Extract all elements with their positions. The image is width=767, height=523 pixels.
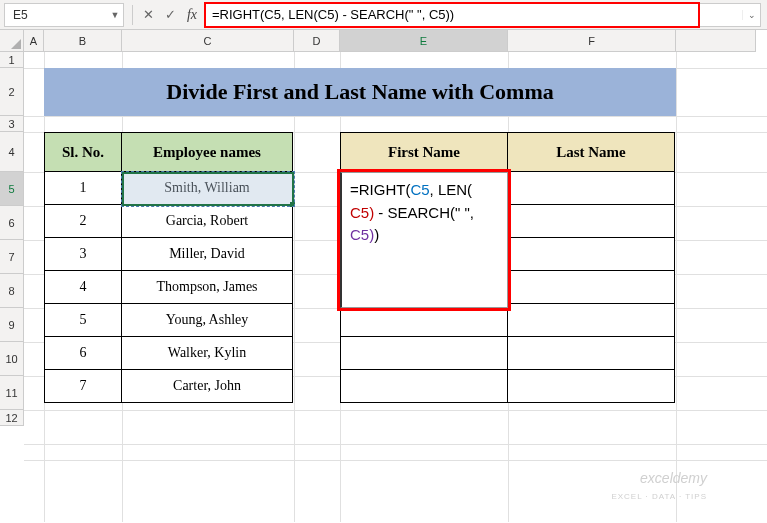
cell-ref: C5 (350, 204, 369, 221)
cell-ref: C5 (350, 226, 369, 243)
table-cell[interactable]: 4 (44, 270, 122, 304)
chevron-down-icon[interactable]: ⌄ (742, 10, 760, 20)
column-header[interactable]: A (24, 30, 44, 52)
column-header[interactable]: E (340, 30, 508, 52)
page-title: Divide First and Last Name with Comma (44, 68, 676, 116)
spreadsheet-grid: 1 2 3 4 5 6 7 8 9 10 11 12 A B C D E F (0, 30, 767, 522)
column-header[interactable]: F (508, 30, 676, 52)
select-all-corner[interactable] (0, 30, 24, 52)
row-header[interactable]: 9 (0, 308, 24, 342)
table-cell[interactable]: Thompson, James (121, 270, 293, 304)
formula-edit-overlay[interactable]: =RIGHT(C5, LEN( C5) - SEARCH(" ", C5)) (340, 172, 508, 308)
divider (132, 5, 133, 25)
row-header[interactable]: 12 (0, 410, 24, 426)
table-cell[interactable] (507, 303, 675, 337)
row-header[interactable]: 11 (0, 376, 24, 410)
row-header[interactable]: 4 (0, 132, 24, 172)
table-cell[interactable]: 7 (44, 369, 122, 403)
cancel-icon[interactable]: ✕ (137, 4, 159, 26)
row-header[interactable]: 8 (0, 274, 24, 308)
name-box-value: E5 (5, 8, 107, 22)
table-header: Employee names (121, 132, 293, 172)
table-cell[interactable] (340, 369, 508, 403)
table-cell[interactable]: Garcia, Robert (121, 204, 293, 238)
formula-text: - SEARCH(" ", (374, 204, 474, 221)
watermark-sub: EXCEL · DATA · TIPS (611, 492, 707, 501)
table-cell[interactable]: Carter, John (121, 369, 293, 403)
row-header[interactable]: 10 (0, 342, 24, 376)
table-cell[interactable] (507, 237, 675, 271)
watermark-text: exceldemy (640, 470, 707, 486)
table-cell[interactable] (340, 303, 508, 337)
formula-bar[interactable]: =RIGHT(C5, LEN(C5) - SEARCH(" ", C5)) ⌄ (205, 3, 761, 27)
row-header[interactable]: 2 (0, 68, 24, 116)
table-cell[interactable] (507, 270, 675, 304)
table-cell[interactable] (507, 336, 675, 370)
sheet-content[interactable]: Divide First and Last Name with Comma Sl… (24, 52, 767, 522)
column-headers: A B C D E F (24, 30, 767, 52)
formula-text: =RIGHT( (350, 181, 410, 198)
row-header[interactable]: 5 (0, 172, 24, 206)
column-header[interactable]: D (294, 30, 340, 52)
formula-toolbar: E5 ▼ ✕ ✓ fx =RIGHT(C5, LEN(C5) - SEARCH(… (0, 0, 767, 30)
table-cell[interactable] (507, 204, 675, 238)
formula-bar-text: =RIGHT(C5, LEN(C5) - SEARCH(" ", C5)) (206, 7, 460, 22)
table-cell[interactable] (507, 171, 675, 205)
table-cell[interactable] (507, 369, 675, 403)
table-header: First Name (340, 132, 508, 172)
row-header[interactable]: 3 (0, 116, 24, 132)
table-cell[interactable]: 1 (44, 171, 122, 205)
table-cell[interactable]: Young, Ashley (121, 303, 293, 337)
column-header[interactable]: C (122, 30, 294, 52)
name-box[interactable]: E5 ▼ (4, 3, 124, 27)
chevron-down-icon[interactable]: ▼ (107, 10, 123, 20)
row-header[interactable]: 1 (0, 52, 24, 68)
employee-table: Sl. No. Employee names 1Smith, William 2… (44, 132, 293, 403)
enter-icon[interactable]: ✓ (159, 4, 181, 26)
row-header[interactable]: 7 (0, 240, 24, 274)
table-cell[interactable]: 2 (44, 204, 122, 238)
table-header: Sl. No. (44, 132, 122, 172)
column-header[interactable] (676, 30, 756, 52)
table-cell[interactable]: Miller, David (121, 237, 293, 271)
formula-text: ) (374, 226, 379, 243)
table-cell[interactable]: Walker, Kylin (121, 336, 293, 370)
table-cell[interactable]: Smith, William (121, 171, 293, 205)
table-cell[interactable]: 3 (44, 237, 122, 271)
row-header[interactable]: 6 (0, 206, 24, 240)
table-cell[interactable] (340, 336, 508, 370)
formula-text: , LEN( (430, 181, 473, 198)
row-header-column: 1 2 3 4 5 6 7 8 9 10 11 12 (0, 30, 24, 522)
watermark: exceldemy EXCEL · DATA · TIPS (611, 470, 707, 502)
table-header: Last Name (507, 132, 675, 172)
table-cell[interactable]: 6 (44, 336, 122, 370)
table-cell[interactable]: 5 (44, 303, 122, 337)
column-header[interactable]: B (44, 30, 122, 52)
cell-ref: C5 (410, 181, 429, 198)
fx-icon[interactable]: fx (181, 4, 203, 26)
